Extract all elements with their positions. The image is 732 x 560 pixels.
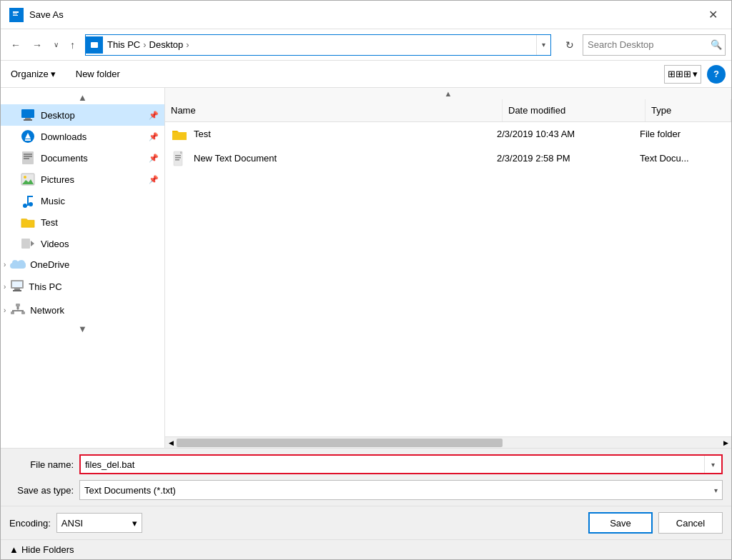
horizontal-scrollbar[interactable]: ◀ ▶ [165, 436, 731, 448]
new-folder-button[interactable]: New folder [71, 66, 124, 81]
sidebar-item-downloads[interactable]: Downloads 📌 [1, 126, 164, 147]
onedrive-icon [10, 259, 26, 271]
search-bar[interactable]: 🔍 [583, 34, 726, 56]
table-row[interactable]: Test 2/3/2019 10:43 AM File folder [165, 122, 731, 146]
hscroll-thumb[interactable] [177, 439, 503, 447]
sidebar-item-music[interactable]: Music [1, 190, 164, 211]
chevron-thispc: › [4, 283, 6, 291]
encoding-label: Encoding: [9, 518, 51, 529]
sidebar-label-onedrive: OneDrive [30, 259, 69, 270]
sidebar-item-pictures[interactable]: Pictures 📌 [1, 169, 164, 190]
organize-label: Organize [11, 69, 49, 79]
file-list-scroll-up[interactable]: ▲ [165, 88, 731, 99]
file-list-header: Name Date modified Type [165, 99, 731, 122]
sidebar-item-desktop[interactable]: Desktop 📌 [1, 104, 164, 126]
dropdown-button[interactable]: ∨ [49, 38, 63, 51]
address-desktop: Desktop [149, 39, 184, 50]
up-button[interactable]: ↑ [66, 36, 79, 54]
sidebar-scroll-down[interactable]: ▼ [1, 322, 164, 336]
sidebar-group-network[interactable]: › Network [1, 299, 164, 322]
hscroll-track[interactable] [177, 437, 720, 448]
network-icon [10, 303, 26, 318]
svg-rect-11 [25, 139, 31, 141]
title-bar-left: Save As [9, 8, 64, 22]
filename-row: File name: ▾ [9, 454, 723, 474]
encoding-area: Encoding: ANSI ▾ [9, 513, 142, 533]
sidebar-label-downloads: Downloads [41, 131, 86, 142]
sidebar-label-music: Music [41, 196, 65, 206]
filename-dropdown[interactable]: ▾ [704, 456, 721, 473]
hscroll-right-arrow[interactable]: ▶ [720, 437, 731, 449]
sidebar-label-thispc: This PC [29, 281, 61, 292]
buttons-area: Save Cancel [588, 512, 723, 534]
svg-rect-27 [14, 289, 20, 290]
view-button[interactable]: ⊞⊞⊞ ▾ [664, 65, 701, 84]
svg-rect-23 [21, 239, 30, 249]
col-header-type[interactable]: Type [646, 99, 731, 121]
bottom-area: File name: ▾ Save as type: Text Document… [1, 448, 731, 506]
svg-rect-21 [27, 196, 29, 206]
svg-marker-24 [31, 241, 34, 246]
back-button[interactable]: ← [6, 36, 25, 54]
help-button[interactable]: ? [707, 65, 726, 84]
hscroll-left-arrow[interactable]: ◀ [165, 437, 177, 449]
savetype-row: Save as type: Text Documents (*.txt) ▾ [9, 480, 723, 500]
svg-rect-42 [175, 159, 179, 161]
address-dropdown[interactable]: ▾ [536, 35, 550, 55]
savetype-value: Text Documents (*.txt) [84, 485, 176, 496]
svg-rect-1 [13, 11, 19, 13]
table-row[interactable]: New Text Document 2/3/2019 2:58 PM Text … [165, 146, 731, 171]
new-folder-label: New folder [76, 69, 120, 79]
address-content: This PC › Desktop › [103, 39, 536, 50]
file-date-newdoc: 2/3/2019 2:58 PM [497, 153, 640, 164]
sidebar-item-documents[interactable]: Documents 📌 [1, 147, 164, 169]
filename-input-wrapper[interactable]: ▾ [79, 454, 723, 474]
sidebar-group-thispc[interactable]: › This PC [1, 275, 164, 299]
svg-rect-7 [25, 118, 31, 119]
hide-folders-icon: ▲ [9, 544, 19, 555]
col-header-date[interactable]: Date modified [503, 99, 646, 121]
address-icon [86, 36, 103, 54]
sidebar-group-onedrive[interactable]: › OneDrive [1, 254, 164, 275]
sidebar-scroll-up[interactable]: ▲ [1, 91, 164, 104]
encoding-select[interactable]: ANSI ▾ [56, 513, 142, 533]
svg-rect-6 [21, 109, 34, 118]
desktop-icon [21, 108, 35, 122]
pin-icon-pictures: 📌 [149, 175, 159, 184]
svg-rect-3 [13, 15, 18, 16]
organize-button[interactable]: Organize ▾ [6, 66, 60, 81]
savetype-select[interactable]: Text Documents (*.txt) ▾ [79, 480, 723, 500]
svg-rect-28 [13, 290, 21, 291]
file-rows: Test 2/3/2019 10:43 AM File folder [165, 122, 731, 436]
dialog-title: Save As [29, 9, 64, 20]
videos-icon [21, 236, 35, 251]
svg-point-19 [23, 204, 27, 208]
sidebar-item-videos[interactable]: Videos [1, 233, 164, 254]
svg-rect-35 [22, 310, 24, 312]
sidebar: ▲ Desktop 📌 [1, 88, 165, 448]
hide-folders-button[interactable]: ▲ Hide Folders [9, 544, 74, 555]
save-button[interactable]: Save [588, 512, 653, 534]
forward-button[interactable]: → [28, 36, 46, 54]
search-input[interactable] [588, 39, 708, 50]
file-name-test: Test [194, 129, 497, 139]
col-header-name[interactable]: Name [165, 99, 503, 121]
file-type-test: File folder [640, 129, 726, 139]
sidebar-label-videos: Videos [41, 239, 69, 249]
address-bar[interactable]: This PC › Desktop › ▾ [85, 34, 551, 56]
savetype-arrow: ▾ [714, 486, 718, 494]
cancel-button[interactable]: Cancel [658, 512, 723, 534]
refresh-button[interactable]: ↻ [560, 35, 580, 55]
svg-rect-22 [27, 196, 33, 197]
svg-rect-2 [13, 14, 17, 14]
chevron-onedrive: › [4, 261, 6, 269]
pin-icon-documents: 📌 [149, 154, 159, 163]
main-content: ▲ Desktop 📌 [1, 88, 731, 448]
close-button[interactable]: ✕ [703, 5, 723, 25]
sidebar-item-test[interactable]: Test [1, 211, 164, 233]
filename-input[interactable] [81, 456, 704, 473]
svg-rect-41 [175, 157, 181, 159]
view-arrow: ▾ [693, 69, 698, 79]
music-icon [21, 194, 35, 208]
svg-point-20 [29, 202, 33, 206]
